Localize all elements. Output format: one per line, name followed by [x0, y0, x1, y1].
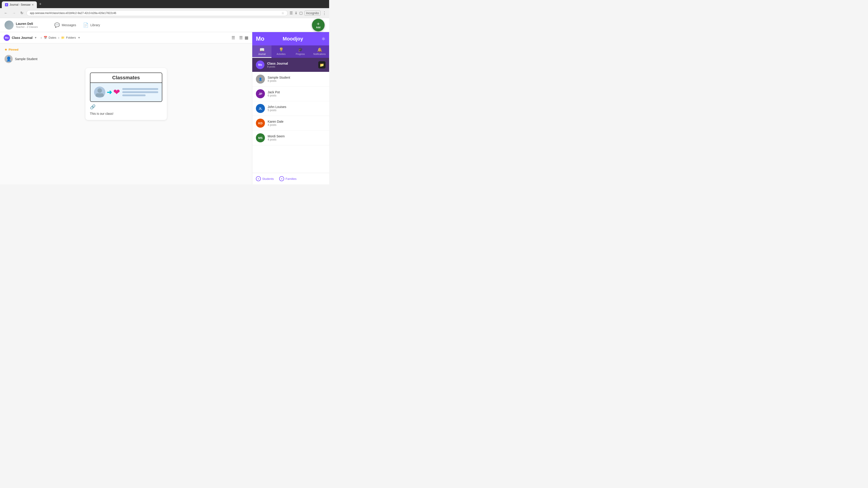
toolbar-actions: ☰ ⇓ ▢ Incognito ⋮: [289, 11, 327, 15]
class-initial-display: Mo: [256, 35, 265, 42]
grid-view-icon[interactable]: ▦: [245, 35, 248, 40]
pinned-student-row[interactable]: 👤 Sample Student: [4, 54, 248, 64]
folders-label: Folders: [66, 36, 76, 39]
class-name-label: Class Journal: [12, 36, 33, 39]
student-list: 👤 Sample Student 8 posts JP Jack Pot 6 p…: [252, 72, 329, 173]
student-item-0[interactable]: 👤 Sample Student 8 posts: [252, 72, 329, 87]
student-name-0: Sample Student: [268, 76, 326, 79]
arrow-right-icon: ➜: [107, 89, 112, 96]
tab-close-icon[interactable]: ×: [32, 3, 34, 6]
settings-icon[interactable]: ⚛: [321, 36, 326, 41]
student-info-1: Jack Pot 6 posts: [268, 90, 326, 97]
user-name: Lauren Deli: [16, 22, 38, 26]
classmates-body: ➜ ❤: [90, 83, 162, 101]
student-posts-3: 4 posts: [268, 123, 326, 127]
tab-title: Journal - Seesaw: [9, 3, 31, 6]
split-view-icon[interactable]: ▢: [299, 11, 303, 15]
messages-icon: 💬: [54, 22, 60, 28]
folders-section[interactable]: 📁 Folders: [61, 36, 76, 39]
class-badge: Mo: [4, 35, 10, 41]
student-info-0: Sample Student 8 posts: [268, 76, 326, 83]
classmates-illustration: ➜ ❤: [94, 87, 120, 98]
class-journal-row-title: Class Journal: [267, 62, 315, 65]
forward-button[interactable]: →: [11, 10, 17, 16]
add-button[interactable]: + Add: [312, 19, 324, 31]
tab-journal[interactable]: 📖 Journal: [252, 45, 272, 58]
bookmark-icon[interactable]: ☆: [281, 11, 284, 15]
student-avatar-1: JP: [256, 89, 265, 98]
student-name-1: Jack Pot: [268, 90, 326, 94]
new-tab-button[interactable]: +: [38, 2, 43, 6]
student-posts-4: 4 posts: [268, 138, 326, 141]
view-toggle: ☰ ▦: [239, 35, 248, 40]
student-avatar-0: 👤: [256, 74, 265, 84]
add-students-btn[interactable]: + Students: [256, 176, 274, 181]
library-nav-item[interactable]: 📄 Library: [83, 22, 100, 28]
browser-toolbar: ← → ↻ app.seesaw.me/#/class/class.e01bf4…: [0, 8, 329, 18]
list-view-icon[interactable]: ☰: [239, 35, 243, 40]
user-details: Lauren Deli Teacher - 2 Classes: [16, 22, 38, 28]
profile-icon[interactable]: Incognito: [305, 11, 320, 15]
menu-icon[interactable]: ⋮: [322, 11, 327, 15]
messages-label: Messages: [62, 23, 76, 27]
tab-progress[interactable]: 🎓 Progress: [291, 45, 310, 58]
content-line-2: [122, 91, 158, 93]
extensions-icon[interactable]: ☰: [289, 11, 293, 15]
class-dropdown-arrow[interactable]: ▼: [34, 36, 37, 39]
class-journal-row-info: Class Journal 8 posts: [267, 62, 315, 68]
left-panel: Mo Class Journal ▼ ‹ 📅 Dates › 📁 Folders…: [0, 32, 252, 184]
filter-icon[interactable]: ☰: [231, 35, 235, 40]
browser-tab-active[interactable]: S Journal - Seesaw ×: [2, 1, 37, 8]
class-journal-row[interactable]: Mo Class Journal 8 posts 📁: [252, 58, 329, 72]
student-item-1[interactable]: JP Jack Pot 6 posts: [252, 87, 329, 101]
classmates-lines: [122, 88, 158, 96]
content-line-3: [122, 94, 146, 96]
download-icon[interactable]: ⇓: [294, 11, 298, 15]
user-avatar: [4, 21, 13, 30]
student-info-3: Karen Dale 4 posts: [268, 120, 326, 127]
nav-next-icon[interactable]: ›: [58, 36, 59, 40]
student-avatar-3: KD: [256, 119, 265, 128]
add-families-btn[interactable]: + Families: [279, 176, 296, 181]
student-item-2[interactable]: JL John Louises 5 posts: [252, 101, 329, 116]
journal-tab-label: Journal: [258, 53, 266, 55]
app: Lauren Deli Teacher - 2 Classes 💬 Messag…: [0, 18, 329, 184]
student-item-4[interactable]: MS Mordi Seem 4 posts: [252, 131, 329, 145]
back-button[interactable]: ←: [3, 10, 9, 16]
library-icon: 📄: [83, 22, 89, 28]
notifications-tab-label: Notifications: [313, 53, 326, 55]
post-caption: This is our class!: [90, 112, 162, 116]
tab-activities[interactable]: 💡 Activities: [272, 45, 291, 58]
address-url: app.seesaw.me/#/class/class.e01bf4c2-9a2…: [30, 11, 280, 15]
address-bar[interactable]: app.seesaw.me/#/class/class.e01bf4c2-9a2…: [26, 10, 288, 16]
nav-prev-icon[interactable]: ‹: [41, 36, 42, 40]
pinned-student-name: Sample Student: [15, 57, 37, 61]
messages-nav-item[interactable]: 💬 Messages: [54, 22, 76, 28]
student-item-3[interactable]: KD Karen Dale 4 posts: [252, 116, 329, 131]
student-name-2: John Louises: [268, 105, 326, 109]
header-nav: 💬 Messages 📄 Library: [54, 22, 307, 28]
journal-content: ★ Pinned 👤 Sample Student Classmates: [0, 43, 252, 184]
folder-action-icon[interactable]: 📁: [318, 61, 326, 68]
tab-notifications[interactable]: 🔔 Notifications: [310, 45, 329, 58]
link-icon-row: 🔗: [90, 102, 162, 112]
reload-button[interactable]: ↻: [19, 10, 25, 16]
calendar-icon: 📅: [43, 36, 47, 39]
pinned-student-avatar: 👤: [4, 55, 13, 63]
folders-dropdown-icon[interactable]: ▼: [78, 36, 81, 39]
student-name-3: Karen Dale: [268, 120, 326, 123]
link-icon[interactable]: 🔗: [90, 104, 96, 109]
dates-section[interactable]: 📅 Dates: [43, 36, 56, 39]
student-posts-1: 6 posts: [268, 94, 326, 97]
classmates-card: Classmates ➜ ❤: [90, 72, 162, 102]
heart-icon: ❤: [113, 88, 120, 97]
activities-tab-label: Activities: [277, 53, 285, 55]
add-students-icon: +: [256, 176, 261, 181]
pinned-text: Pinned: [8, 48, 18, 51]
add-families-label: Families: [285, 177, 296, 181]
tab-favicon: S: [5, 3, 8, 6]
student-posts-2: 5 posts: [268, 109, 326, 112]
pinned-section: ★ Pinned 👤 Sample Student: [4, 48, 248, 64]
student-avatar-2: JL: [256, 104, 265, 113]
student-info-4: Mordi Seem 4 posts: [268, 134, 326, 141]
